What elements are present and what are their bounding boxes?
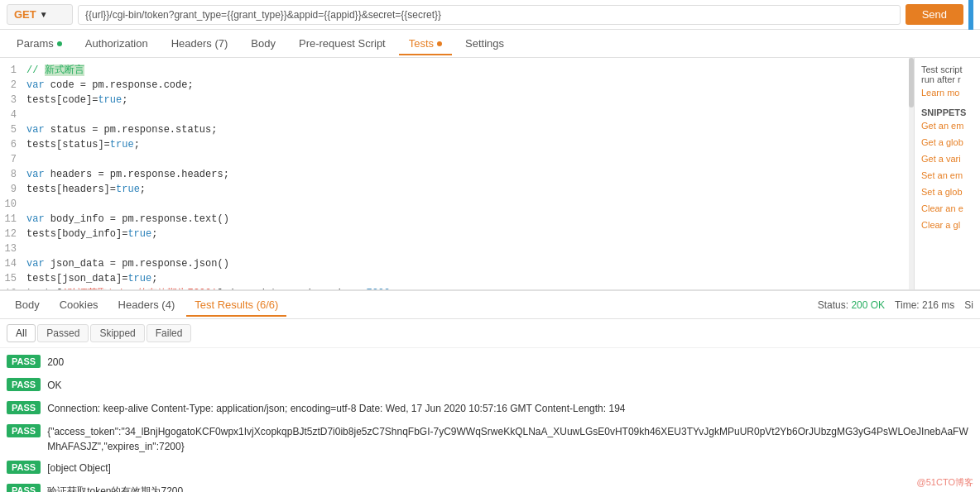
code-line-5: 5 var status = pm.response.status; [0,122,913,137]
tab-body-label: Body [251,37,276,50]
resp-tab-testresults-label: Test Results (6/6) [195,299,278,311]
code-line-12: 12 tests[body_info]=true; [0,227,913,241]
filter-skipped-label: Skipped [99,327,135,339]
watermark: @51CTO博客 [917,476,973,489]
filter-passed[interactable]: Passed [37,324,89,342]
right-panel-learn-link[interactable]: Learn mo [921,84,973,101]
code-line-6: 6 tests[status]=true; [0,137,913,152]
send-button[interactable]: Send [906,4,963,25]
response-tabs-left: Body Cookies Headers (4) Test Results (6… [7,294,286,316]
resp-tab-testresults[interactable]: Test Results (6/6) [186,294,286,316]
snippet-get-em[interactable]: Get an em [921,117,973,134]
tab-params[interactable]: Params [7,32,72,55]
snippet-set-glob[interactable]: Set a glob [921,184,973,200]
tab-body[interactable]: Body [241,32,286,55]
response-tabs-row: Body Cookies Headers (4) Test Results (6… [0,291,980,319]
code-line-11: 11 var body_info = pm.response.text() [0,212,913,227]
tab-settings[interactable]: Settings [455,32,514,55]
code-line-15: 15 tests[json_data]=true; [0,271,913,286]
result-text-2: OK [47,378,61,393]
code-line-13: 13 [0,241,913,256]
time-value: 216 ms [922,299,954,311]
code-line-8: 8 var headers = pm.response.headers; [0,167,913,182]
filter-failed-label: Failed [156,327,183,339]
snippet-clear-gl[interactable]: Clear a gl [921,217,973,233]
pass-badge-4: PASS [7,424,41,437]
params-dot [57,41,62,46]
right-panel-run-label: run after r [921,74,973,84]
code-line-2: 2 var code = pm.response.code; [0,78,913,93]
result-row-6: PASS 验证获取token的有效期为7200 [0,480,980,492]
pass-badge-2: PASS [7,378,41,391]
code-line-10: 10 [0,197,913,212]
snippet-set-em[interactable]: Set an em [921,167,973,184]
code-line-14: 14 var json_data = pm.response.json() [0,256,913,271]
pass-badge-3: PASS [7,401,41,414]
code-line-9: 9 tests[headers]=true; [0,182,913,197]
tab-prerequest[interactable]: Pre-request Script [289,32,396,55]
resp-tab-body-label: Body [15,299,40,311]
result-text-6: 验证获取token的有效期为7200 [47,484,183,492]
filter-passed-label: Passed [46,327,79,339]
result-text-1: 200 [47,355,64,370]
code-line-3: 3 tests[code]=true; [0,93,913,107]
tab-params-label: Params [17,37,54,50]
tab-prerequest-label: Pre-request Script [299,37,386,50]
response-status: Status: 200 OK Time: 216 ms Si [818,299,973,311]
result-text-5: [object Object] [47,461,111,475]
resp-tab-cookies[interactable]: Cookies [51,294,107,316]
snippet-clear-e[interactable]: Clear an e [921,200,973,217]
pass-badge-1: PASS [7,355,41,368]
result-row-2: PASS OK [0,375,980,398]
method-selector[interactable]: GET ▼ [7,4,73,25]
right-panel-script-label: Test script [921,64,973,74]
result-text-4: {"access_token":"34_lBnjHgogatoKCF0wpx1I… [47,424,973,454]
filter-all[interactable]: All [7,324,36,342]
method-label: GET [14,8,36,21]
result-text-3: Connection: keep-alive Content-Type: app… [47,401,625,416]
tab-headers[interactable]: Headers (7) [161,32,238,55]
snippets-title: SNIPPETS [921,107,973,117]
code-line-16: 16 tests['验证获取token的有效期为7200']=json_data… [0,286,913,289]
url-bar: GET ▼ Send [0,0,980,30]
snippet-get-vari[interactable]: Get a vari [921,150,973,167]
tab-authorization[interactable]: Authorization [75,32,158,55]
code-line-4: 4 [0,107,913,122]
side-panel-toggle[interactable] [968,0,973,30]
resp-tab-headers[interactable]: Headers (4) [110,294,184,316]
pass-badge-6: PASS [7,484,41,492]
test-results-list: PASS 200 PASS OK PASS Connection: keep-a… [0,348,980,492]
tab-headers-label: Headers (7) [171,37,228,50]
response-area: Body Cookies Headers (4) Test Results (6… [0,289,980,492]
editor-scrollbar[interactable] [909,58,914,289]
resp-tab-cookies-label: Cookies [60,299,98,311]
result-row-1: PASS 200 [0,351,980,375]
resp-tab-headers-label: Headers (4) [118,299,175,311]
scrollbar-thumb [909,58,914,107]
right-panel: Test script run after r Learn mo SNIPPET… [914,58,980,289]
status-value: 200 OK [851,299,885,311]
filter-skipped[interactable]: Skipped [90,324,144,342]
size-label: Si [964,299,973,311]
result-row-4: PASS {"access_token":"34_lBnjHgogatoKCF0… [0,421,980,457]
tab-settings-label: Settings [465,37,504,50]
code-editor[interactable]: 1 // 新式断言 2 var code = pm.response.code;… [0,58,914,289]
code-line-7: 7 [0,152,913,167]
filter-tabs: All Passed Skipped Failed [0,319,980,348]
url-input[interactable] [78,5,901,25]
snippet-get-glob[interactable]: Get a glob [921,134,973,150]
resp-tab-body[interactable]: Body [7,294,48,316]
tab-authorization-label: Authorization [85,37,148,50]
filter-all-label: All [16,327,26,339]
result-row-3: PASS Connection: keep-alive Content-Type… [0,398,980,421]
status-label: Status: 200 OK [818,299,885,311]
tab-tests[interactable]: Tests [399,32,452,55]
tests-dot [437,41,442,46]
pass-badge-5: PASS [7,461,41,474]
tab-tests-label: Tests [409,37,434,50]
editor-area: 1 // 新式断言 2 var code = pm.response.code;… [0,58,980,289]
code-line-1: 1 // 新式断言 [0,63,913,78]
result-row-5: PASS [object Object] [0,457,980,480]
time-label: Time: 216 ms [895,299,954,311]
filter-failed[interactable]: Failed [147,324,192,342]
